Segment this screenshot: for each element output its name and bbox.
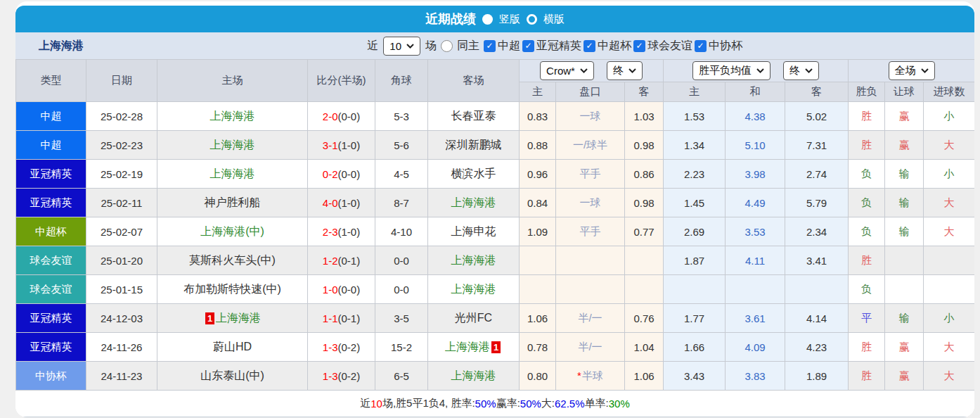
red-card-badge: 1 <box>205 312 214 324</box>
result-wdl: 胜 <box>849 333 885 362</box>
asia-away-odds: 1.03 <box>625 102 664 131</box>
asia-home-odds <box>520 246 556 275</box>
col-header-date: 日期 <box>86 60 157 102</box>
euro-home-odds: 1.66 <box>664 333 726 362</box>
league-checkbox[interactable] <box>584 40 595 52</box>
panel-titlebar: 近期战绩 竖版 横版 <box>15 6 974 32</box>
league-checkbox[interactable] <box>484 40 496 52</box>
asia-away-odds: 0.98 <box>625 131 664 160</box>
team-name: 上海海港 <box>39 39 84 53</box>
asia-handicap: 平手 <box>556 217 625 246</box>
summary-segment: 50% <box>520 398 541 410</box>
corners: 0-0 <box>375 246 428 275</box>
match-count-select[interactable]: 10 <box>383 37 420 56</box>
match-date: 25-02-19 <box>86 160 157 189</box>
result-wdl: 负 <box>849 217 885 246</box>
score: 1-0(0-0) <box>308 275 375 304</box>
home-team: 神户胜利船 <box>157 189 308 217</box>
euro-away-odds: 1.89 <box>785 362 849 391</box>
euro-away-odds: 2.34 <box>785 217 849 246</box>
landscape-radio-label[interactable]: 横版 <box>543 13 565 26</box>
euro-home-odds <box>664 275 726 304</box>
filter-bar: 上海海港 近 10 场 同主 中超亚冠精英中超杯球会友谊中协杯 <box>15 32 974 59</box>
bookmaker-select[interactable]: Crow* <box>540 61 594 80</box>
match-row: 亚冠精英25-02-19上海海港0-2(0-0)4-5横滨水手0.96平手0.8… <box>16 160 975 189</box>
home-team: 上海海港 <box>157 131 308 160</box>
asia-away-odds: 0.86 <box>625 160 664 189</box>
score: 1-3(0-2) <box>308 333 375 362</box>
euro-away-odds: 4.14 <box>785 304 849 333</box>
asia-odds-header: Crow* 终 <box>520 60 664 82</box>
chevron-down-icon <box>805 68 813 73</box>
match-row: 中超25-02-28上海海港2-0(0-0)5-3长春亚泰0.83一球1.031… <box>16 102 975 131</box>
result-handicap: 赢 <box>885 362 924 391</box>
match-date: 25-02-28 <box>86 102 157 131</box>
same-home-checkbox[interactable] <box>441 40 453 52</box>
league-label: 中超 <box>498 39 520 53</box>
asia-home-odds: 1.09 <box>520 217 556 246</box>
euro-home-odds: 1.45 <box>664 189 726 217</box>
result-handicap: 输 <box>885 160 924 189</box>
asia-handicap: 平手 <box>556 160 625 189</box>
euro-odds-type-select[interactable]: 胜平负均值 <box>692 61 771 80</box>
corners: 0-0 <box>375 275 428 304</box>
col-header-type: 类型 <box>16 60 86 102</box>
euro-odds-time-select[interactable]: 终 <box>783 61 819 80</box>
match-date: 25-01-20 <box>86 246 157 275</box>
away-team: 上海海港1 <box>428 333 520 362</box>
portrait-radio[interactable] <box>482 14 493 25</box>
corners: 4-10 <box>375 217 428 246</box>
results-table: 类型 日期 主场 比分(半场) 角球 客场 Crow* 终 <box>15 59 974 391</box>
result-goals <box>924 246 974 275</box>
league-checkbox[interactable] <box>522 40 534 52</box>
euro-draw-odds: 3.83 <box>726 362 785 391</box>
league-badge: 亚冠精英 <box>16 333 86 362</box>
league-badge: 中协杯 <box>16 362 86 391</box>
euro-home-odds: 1.87 <box>664 246 726 275</box>
corners: 3-5 <box>375 304 428 333</box>
home-team: 上海海港(中) <box>157 217 308 246</box>
away-team: 横滨水手 <box>428 160 520 189</box>
landscape-radio[interactable] <box>527 14 537 25</box>
euro-away-odds: 5.02 <box>785 102 849 131</box>
league-checkbox[interactable] <box>633 40 645 52</box>
sub-header-asia-away: 客 <box>625 82 664 102</box>
asia-home-odds: 0.88 <box>520 131 556 160</box>
filter-controls: 近 10 场 同主 中超亚冠精英中超杯球会友谊中协杯 <box>367 37 742 56</box>
league-filter-item: 亚冠精英 <box>520 39 581 53</box>
panel-title: 近期战绩 <box>425 11 476 27</box>
asia-away-odds <box>625 246 664 275</box>
away-team: 光州FC <box>428 304 520 333</box>
match-date: 25-02-07 <box>86 217 157 246</box>
asia-away-odds: 0.76 <box>625 304 664 333</box>
euro-draw-odds: 4.11 <box>726 246 785 275</box>
sub-header-asia-home: 主 <box>520 82 556 102</box>
asia-handicap: *半球 <box>556 362 625 391</box>
result-handicap <box>885 275 924 304</box>
home-team: 上海海港 <box>157 102 308 131</box>
result-goals <box>924 275 974 304</box>
corners: 6-5 <box>375 362 428 391</box>
home-team: 1上海海港 <box>157 304 308 333</box>
league-checkbox[interactable] <box>695 40 707 52</box>
asia-odds-time-select[interactable]: 终 <box>607 61 643 80</box>
corners: 5-6 <box>375 131 428 160</box>
chevron-down-icon <box>756 68 764 73</box>
result-handicap: 输 <box>885 217 924 246</box>
asia-away-odds: 1.06 <box>625 362 664 391</box>
score: 1-3(0-2) <box>308 362 375 391</box>
asia-handicap: 半/一 <box>556 304 625 333</box>
result-wdl: 胜 <box>849 362 885 391</box>
asia-home-odds <box>520 275 556 304</box>
league-badge: 球会友谊 <box>16 246 86 275</box>
asia-away-odds: 0.77 <box>625 217 664 246</box>
euro-away-odds: 4.23 <box>785 333 849 362</box>
euro-draw-odds: 3.61 <box>726 304 785 333</box>
match-row: 亚冠精英24-11-26蔚山HD1-3(0-2)15-2上海海港10.78半/一… <box>16 333 975 362</box>
score: 0-2(0-0) <box>308 160 375 189</box>
away-team: 深圳新鹏城 <box>428 131 520 160</box>
corners: 15-2 <box>375 333 428 362</box>
sub-header-result: 胜负 <box>849 82 885 102</box>
scope-select[interactable]: 全场 <box>889 61 935 80</box>
portrait-radio-label[interactable]: 竖版 <box>499 13 520 26</box>
